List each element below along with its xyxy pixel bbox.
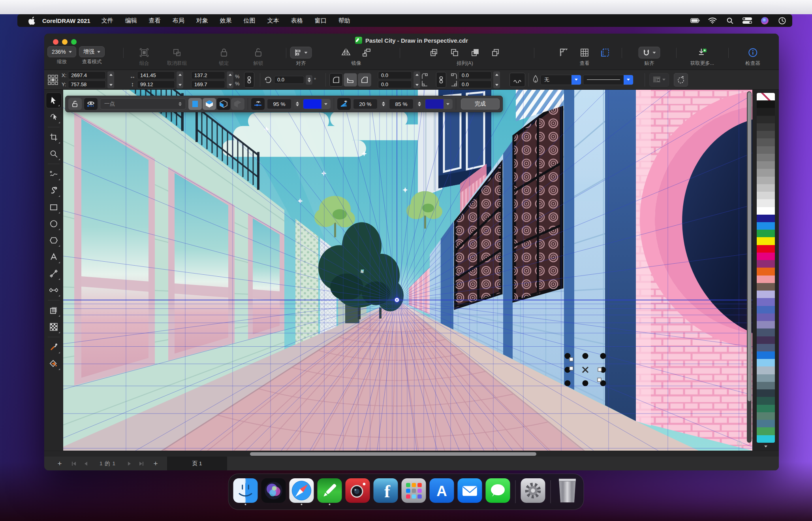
unlock-icon[interactable] xyxy=(253,47,263,58)
color-swatch[interactable] xyxy=(757,169,775,176)
flat-plane-button[interactable] xyxy=(188,98,202,110)
color-swatch[interactable] xyxy=(757,116,775,123)
freehand-tool[interactable] xyxy=(46,166,62,182)
relative-corner-button[interactable] xyxy=(509,73,525,87)
color-swatch[interactable] xyxy=(757,298,775,306)
color-swatch[interactable] xyxy=(757,230,775,237)
color-swatch[interactable] xyxy=(757,328,775,336)
line-fade-button[interactable] xyxy=(337,98,351,110)
line-style-dropdown[interactable] xyxy=(583,75,633,85)
prev-page-icon[interactable] xyxy=(84,461,88,466)
corner-radius-top-field[interactable]: 0.0 xyxy=(378,71,412,79)
camera-icon[interactable] xyxy=(346,478,370,503)
color-swatch[interactable] xyxy=(757,389,775,397)
last-page-icon[interactable] xyxy=(139,461,144,466)
menu-item[interactable]: 对象 xyxy=(196,17,208,25)
apple-menu-icon[interactable] xyxy=(28,17,35,25)
corner-stepper-2[interactable] xyxy=(493,71,500,88)
color-swatch[interactable] xyxy=(757,291,775,298)
menu-item[interactable]: 查看 xyxy=(149,17,161,25)
line-extent-field[interactable]: 85 % xyxy=(389,99,414,109)
color-swatch[interactable] xyxy=(757,237,775,245)
color-swatch[interactable] xyxy=(757,321,775,328)
color-swatch[interactable] xyxy=(757,215,775,222)
color-swatch[interactable] xyxy=(757,123,775,131)
lock-corners-button[interactable] xyxy=(436,72,446,88)
safari-icon[interactable] xyxy=(289,478,314,503)
y-position-field[interactable]: 757.58 xyxy=(68,80,106,88)
menu-item[interactable]: 位图 xyxy=(244,17,256,25)
snap-dropdown[interactable] xyxy=(639,47,660,59)
color-swatch[interactable] xyxy=(757,245,775,253)
object-height-field[interactable]: 99.12 xyxy=(137,80,175,88)
menu-item[interactable]: 编辑 xyxy=(125,17,137,25)
grid-opacity-stepper[interactable] xyxy=(294,99,301,109)
corner-stepper-1[interactable] xyxy=(414,71,420,88)
connector-tool[interactable] xyxy=(46,282,62,298)
corner-chamfer-button[interactable] xyxy=(358,73,371,87)
show-grid-button[interactable] xyxy=(84,98,98,110)
grid-opacity-button[interactable] xyxy=(251,98,265,110)
rectangle-tool[interactable] xyxy=(46,199,62,215)
color-swatch[interactable] xyxy=(757,161,775,169)
add-page-button-2[interactable]: + xyxy=(150,457,162,470)
menubar-app-name[interactable]: CorelDRAW 2021 xyxy=(42,17,90,24)
next-page-icon[interactable] xyxy=(128,461,131,466)
corner-radius-bottom2-field[interactable]: 0.0 xyxy=(459,80,492,88)
mirror-steps-icon[interactable] xyxy=(361,47,372,58)
drawing-canvas[interactable]: 一点 95 % xyxy=(63,90,752,451)
color-swatch[interactable] xyxy=(757,177,775,184)
rulers-icon[interactable] xyxy=(559,47,569,58)
menu-item[interactable]: 窗口 xyxy=(315,17,327,25)
scale-x-field[interactable]: 137.2 xyxy=(191,71,225,79)
clock-icon[interactable] xyxy=(777,17,787,24)
system-preferences-icon[interactable] xyxy=(521,478,545,503)
menu-item[interactable]: 布局 xyxy=(173,17,184,25)
palette-more-button[interactable] xyxy=(757,443,775,450)
line-color-swatch[interactable] xyxy=(425,99,453,109)
rotation-stepper[interactable] xyxy=(306,75,312,85)
color-swatch[interactable] xyxy=(757,283,775,291)
page-tab[interactable]: 页 1 xyxy=(167,457,227,470)
grid-color-swatch[interactable] xyxy=(303,99,331,109)
color-swatch[interactable] xyxy=(757,100,775,108)
spotlight-icon[interactable] xyxy=(725,17,735,24)
interactive-fill-tool[interactable] xyxy=(46,356,62,372)
first-page-icon[interactable] xyxy=(71,461,76,466)
lock-ratio-button[interactable] xyxy=(244,72,254,88)
vertical-scrollbar[interactable] xyxy=(747,91,752,443)
scale-y-field[interactable]: 169.7 xyxy=(191,80,225,88)
color-swatch[interactable] xyxy=(757,306,775,313)
xy-stepper[interactable] xyxy=(107,71,114,88)
text-tool[interactable] xyxy=(46,249,62,265)
color-swatch[interactable] xyxy=(757,276,775,283)
line-fade-field[interactable]: 20 % xyxy=(353,99,378,109)
color-swatch[interactable] xyxy=(757,336,775,344)
navigator-zoom-button[interactable] xyxy=(735,439,745,449)
color-swatch[interactable] xyxy=(757,374,775,382)
crop-tool[interactable] xyxy=(46,129,62,145)
trash-icon[interactable] xyxy=(558,479,577,502)
object-width-field[interactable]: 141.45 xyxy=(137,71,175,79)
eyedropper-tool[interactable] xyxy=(46,339,62,355)
finder-icon[interactable] xyxy=(233,478,258,503)
top-plane-button[interactable] xyxy=(203,98,216,110)
anchor-point-selector[interactable] xyxy=(47,74,58,85)
color-swatch[interactable] xyxy=(757,435,775,443)
left-plane-button[interactable] xyxy=(217,98,230,110)
color-swatch[interactable] xyxy=(757,154,775,161)
zoom-tool[interactable] xyxy=(46,146,62,162)
control-center-icon[interactable] xyxy=(742,17,752,24)
launchpad-icon[interactable] xyxy=(402,478,426,503)
page-border-icon[interactable] xyxy=(600,47,610,58)
menu-item[interactable]: 帮助 xyxy=(338,17,350,25)
color-swatch[interactable] xyxy=(757,412,775,420)
siri-icon-dock[interactable] xyxy=(261,478,286,503)
inspector-icon[interactable] xyxy=(748,47,758,58)
color-swatch[interactable] xyxy=(757,382,775,389)
app-store-icon[interactable]: A xyxy=(430,478,454,503)
color-swatch[interactable] xyxy=(757,366,775,374)
back-one-icon[interactable] xyxy=(491,47,501,58)
color-swatch[interactable] xyxy=(757,344,775,351)
menu-item[interactable]: 文本 xyxy=(267,17,279,25)
